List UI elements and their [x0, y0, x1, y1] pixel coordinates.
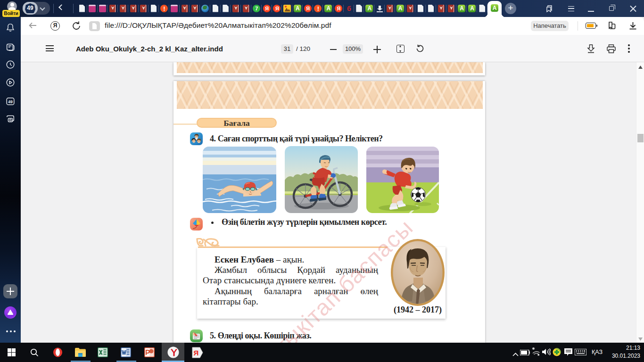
- svg-text:49: 49: [8, 99, 13, 104]
- svg-text:Я: Я: [194, 348, 199, 356]
